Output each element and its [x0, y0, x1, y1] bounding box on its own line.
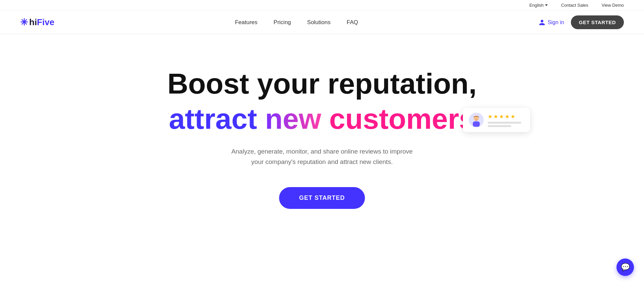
svg-rect-1: [473, 121, 480, 127]
hero-attract-word: attract: [169, 103, 257, 135]
nav-features[interactable]: Features: [235, 19, 257, 26]
language-label: English: [529, 3, 544, 8]
star-4: ★: [505, 113, 509, 120]
sign-in-button[interactable]: Sign in: [539, 19, 564, 26]
review-line-1: [488, 122, 521, 124]
logo[interactable]: ✳ hiFive: [20, 17, 54, 28]
logo-text: hiFive: [29, 17, 54, 27]
review-stars: ★ ★ ★ ★ ★: [488, 113, 521, 120]
review-line-2: [488, 125, 511, 127]
top-bar: English Contact Sales View Demo: [0, 0, 644, 11]
language-selector[interactable]: English: [529, 3, 548, 8]
review-text-lines: [488, 122, 521, 127]
hero-title-line1: Boost your reputation,: [167, 68, 477, 100]
main-nav: Features Pricing Solutions FAQ: [235, 19, 358, 26]
sign-in-label: Sign in: [548, 19, 564, 25]
hero-title-line2: attract new customers: [169, 103, 475, 135]
star-5: ★: [511, 113, 515, 120]
star-2: ★: [493, 113, 498, 120]
view-demo-link[interactable]: View Demo: [602, 3, 624, 8]
nav-actions: Sign in GET STARTED: [539, 15, 624, 29]
review-content: ★ ★ ★ ★ ★: [488, 113, 521, 127]
get-started-hero-button[interactable]: GET STARTED: [279, 187, 365, 209]
chat-icon: 💬: [621, 263, 630, 272]
svg-point-5: [475, 119, 476, 119]
nav-solutions[interactable]: Solutions: [307, 19, 331, 26]
review-card: ★ ★ ★ ★ ★: [463, 108, 530, 132]
avatar-illustration: [470, 113, 483, 127]
contact-sales-link[interactable]: Contact Sales: [561, 3, 588, 8]
nav-faq[interactable]: FAQ: [346, 19, 358, 26]
review-avatar: [469, 113, 484, 127]
header: ✳ hiFive Features Pricing Solutions FAQ …: [0, 11, 644, 34]
star-1: ★: [488, 113, 492, 120]
hero-subtitle: Analyze, generate, monitor, and share on…: [228, 147, 416, 167]
nav-pricing[interactable]: Pricing: [274, 19, 291, 26]
get-started-nav-button[interactable]: GET STARTED: [571, 15, 624, 29]
svg-point-6: [477, 119, 478, 119]
logo-asterisk-icon: ✳: [20, 17, 28, 28]
person-icon: [539, 19, 545, 26]
chat-button[interactable]: 💬: [616, 259, 634, 276]
hero-section: Boost your reputation, attract new custo…: [0, 34, 644, 262]
hero-new-word: new: [265, 103, 321, 135]
hero-customers-word: customers: [329, 103, 475, 135]
star-3: ★: [499, 113, 504, 120]
chevron-down-icon: [545, 4, 548, 6]
